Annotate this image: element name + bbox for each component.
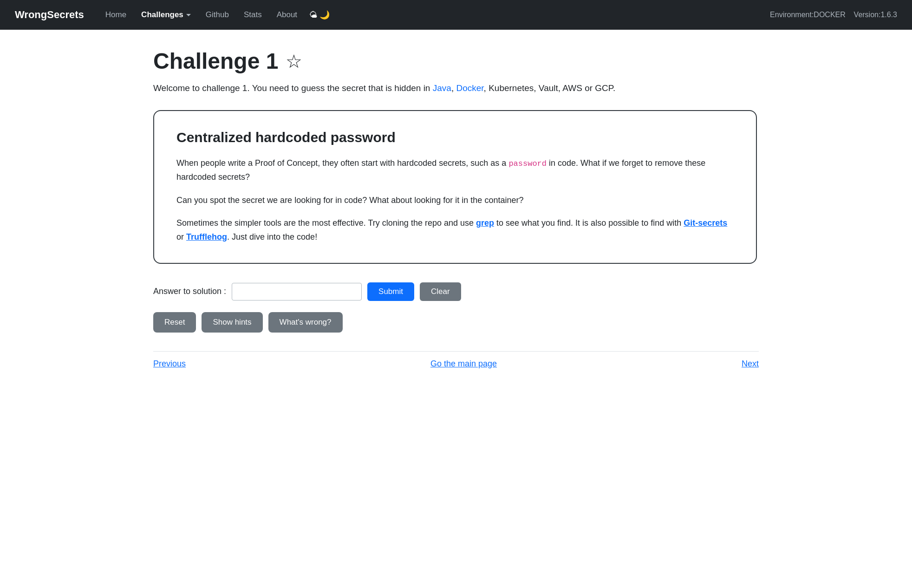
nav-links: Home Challenges Github Stats About 🌤 🌙 (99, 7, 770, 23)
nav-about[interactable]: About (270, 7, 304, 23)
docker-link[interactable]: Docker (456, 83, 483, 93)
challenge-card: Centralized hardcoded password When peop… (153, 110, 757, 264)
page-title: Challenge 1 ☆ (153, 48, 759, 74)
submit-button[interactable]: Submit (367, 282, 414, 301)
nav-home[interactable]: Home (99, 7, 133, 23)
code-password: password (508, 159, 547, 168)
java-link[interactable]: Java (433, 83, 451, 93)
action-buttons: Reset Show hints What's wrong? (153, 312, 759, 333)
navbar: WrongSecrets Home Challenges Github Stat… (0, 0, 912, 30)
answer-input[interactable] (232, 283, 362, 301)
reset-button[interactable]: Reset (153, 312, 196, 333)
environment-info: Environment:DOCKER Version:1.6.3 (770, 11, 897, 19)
answer-label: Answer to solution : (153, 287, 226, 296)
main-content: Challenge 1 ☆ Welcome to challenge 1. Yo… (131, 30, 781, 404)
grep-link[interactable]: grep (476, 218, 494, 228)
intro-text: Welcome to challenge 1. You need to gues… (153, 83, 759, 93)
nav-footer: Previous Go the main page Next (153, 351, 759, 376)
clear-button[interactable]: Clear (420, 282, 461, 301)
card-paragraph-2: Can you spot the secret we are looking f… (176, 194, 734, 208)
next-link[interactable]: Next (742, 359, 759, 369)
star-icon[interactable]: ☆ (286, 51, 302, 72)
trufflehog-link[interactable]: Trufflehog (186, 232, 227, 242)
version-label: Version:1.6.3 (854, 11, 897, 19)
card-paragraph-3: Sometimes the simpler tools are the most… (176, 216, 734, 244)
moon-icon[interactable]: 🌙 (319, 10, 330, 20)
nav-stats[interactable]: Stats (237, 7, 268, 23)
answer-section: Answer to solution : Submit Clear (153, 282, 759, 301)
git-secrets-link[interactable]: Git-secrets (684, 218, 727, 228)
nav-challenges[interactable]: Challenges (135, 7, 197, 23)
card-paragraph-1: When people write a Proof of Concept, th… (176, 157, 734, 184)
nav-icons: 🌤 🌙 (309, 10, 330, 20)
card-body: When people write a Proof of Concept, th… (176, 157, 734, 244)
sun-icon[interactable]: 🌤 (309, 10, 318, 20)
show-hints-button[interactable]: Show hints (202, 312, 262, 333)
brand-logo[interactable]: WrongSecrets (15, 9, 84, 21)
card-title: Centralized hardcoded password (176, 130, 734, 145)
environment-label: Environment:DOCKER (770, 11, 846, 19)
main-page-link[interactable]: Go the main page (430, 359, 497, 369)
previous-link[interactable]: Previous (153, 359, 186, 369)
whats-wrong-button[interactable]: What's wrong? (268, 312, 343, 333)
nav-github[interactable]: Github (199, 7, 235, 23)
chevron-down-icon (186, 14, 191, 16)
